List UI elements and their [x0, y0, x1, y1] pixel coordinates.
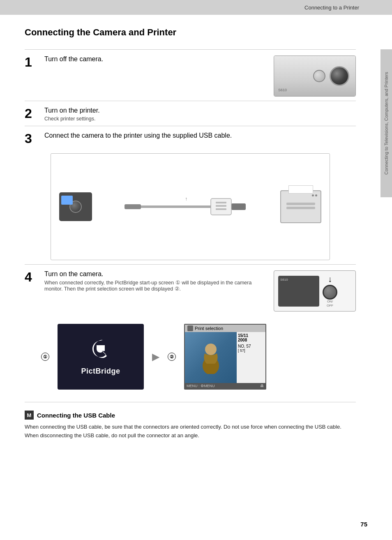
- note-icon: M: [25, 411, 34, 420]
- step-1-content: Turn off the camera.: [44, 55, 265, 65]
- sidebar-tab: Connecting to Televisions, Computers, an…: [380, 49, 392, 197]
- svg-text:↑: ↑: [185, 196, 187, 202]
- printer-indicator-dots: [312, 194, 317, 196]
- step-1-header: 1 Turn off the camera. S610: [25, 49, 356, 101]
- step-4-content: Turn on the camera. When connected corre…: [44, 270, 265, 292]
- step-1-image: S610: [274, 55, 356, 97]
- printer-dot-2: [315, 194, 317, 196]
- circle-1: ①: [41, 353, 49, 361]
- ps-body: 15/112008 NO. 57 [ 57]: [185, 332, 265, 383]
- cable-svg: ↑: [125, 190, 248, 223]
- ps-header-label: Print selection: [195, 326, 223, 331]
- screens-row: ① PictBridge ▶ ② Print selection: [41, 324, 356, 390]
- onoff-label: ON/OFF: [327, 300, 333, 307]
- camera-screen-draw: [61, 196, 73, 205]
- svg-point-8: [205, 344, 217, 355]
- printer-body: [280, 190, 321, 223]
- step-4-image: S610 ↓ ON/OFF: [274, 270, 356, 312]
- camera-drawing: [59, 192, 92, 221]
- step-2-sub: Check printer settings.: [44, 116, 356, 122]
- camera-side-draw: S610 ↓ ON/OFF: [274, 270, 356, 312]
- ps-info-panel: 15/112008 NO. 57 [ 57]: [237, 332, 265, 383]
- svg-rect-5: [216, 205, 226, 207]
- pictbridge-logo-icon: [90, 338, 111, 364]
- step-1-number: 1: [25, 55, 37, 69]
- header-bar: Connecting to a Printer: [0, 0, 392, 15]
- note-body: When connecting the USB cable, be sure t…: [25, 423, 356, 440]
- ps-photo-area: [185, 332, 237, 383]
- step-3-header: 3 Connect the camera to the printer usin…: [25, 126, 356, 149]
- header-title: Connecting to a Printer: [304, 5, 359, 11]
- illus-inner: ↑: [51, 154, 330, 260]
- camera-top-image: S610: [274, 55, 356, 97]
- step-1-title: Turn off the camera.: [44, 55, 265, 63]
- circle-2: ②: [168, 353, 176, 361]
- svg-rect-4: [216, 202, 226, 203]
- ps-no-value: [ 57]: [238, 348, 264, 353]
- camera-onoff-area: ↓ ON/OFF: [323, 275, 337, 307]
- printer-paper: [288, 185, 313, 194]
- arrow-right-icon: ▶: [152, 351, 159, 362]
- camera-power-button: [323, 285, 337, 300]
- ps-header: Print selection: [185, 325, 265, 332]
- person-silhouette: [198, 341, 223, 374]
- sidebar-label: Connecting to Televisions, Computers, an…: [383, 72, 389, 175]
- note-header: M Connecting the USB Cable: [25, 411, 356, 420]
- step-1: 1 Turn off the camera. S610: [25, 49, 356, 101]
- svg-rect-6: [216, 208, 226, 210]
- print-selection-screen: Print selection 15/112008 NO. 57: [184, 324, 266, 390]
- step-2-header: 2 Turn on the printer. Check printer set…: [25, 101, 356, 126]
- step-2-number: 2: [25, 107, 37, 120]
- pictbridge-screen: PictBridge: [58, 324, 144, 390]
- step-4-sub: When connected correctly, the PictBridge…: [44, 279, 265, 292]
- usb-cable-area: ↑: [92, 190, 280, 223]
- camera-lens: [330, 66, 349, 86]
- pictbridge-text: PictBridge: [81, 367, 120, 376]
- camera-model-label: S610: [278, 88, 287, 92]
- camera-shutter-button: [313, 70, 325, 82]
- page-number: 75: [360, 521, 367, 528]
- svg-rect-0: [125, 204, 141, 209]
- ps-date: 15/112008: [238, 333, 264, 342]
- step-4: 4 Turn on the camera. When connected cor…: [25, 264, 356, 390]
- step-3-content: Connect the camera to the printer using …: [44, 132, 356, 141]
- camera-body-draw: [59, 192, 92, 221]
- pictbridge-logo-svg: [90, 338, 111, 360]
- ps-footer-left: MENU : ⚙MENU: [187, 384, 215, 388]
- camera-side-body: S610: [278, 276, 319, 307]
- step-2-content: Turn on the printer. Check printer setti…: [44, 107, 356, 122]
- note-section: M Connecting the USB Cable When connecti…: [25, 402, 356, 440]
- step-3-number: 3: [25, 132, 37, 145]
- step-3-illustration: ↑: [51, 153, 330, 260]
- ps-footer-right: 🖶: [260, 384, 264, 388]
- step-3: 3 Connect the camera to the printer usin…: [25, 126, 356, 264]
- printer-dot-1: [312, 194, 314, 196]
- svg-rect-2: [231, 203, 246, 210]
- camera-body: S610: [274, 56, 355, 96]
- page-heading: Connecting the Camera and Printer: [25, 27, 356, 41]
- step-2-title: Turn on the printer.: [44, 107, 356, 114]
- printer-slot-2: [286, 207, 315, 209]
- note-title: Connecting the USB Cable: [37, 412, 115, 419]
- step-4-number: 4: [25, 270, 37, 284]
- camera-side-label: S610: [280, 278, 288, 282]
- ps-header-icon: [187, 325, 193, 331]
- step-4-header: 4 Turn on the camera. When connected cor…: [25, 264, 356, 316]
- printer-slot-1: [286, 203, 315, 205]
- step-2: 2 Turn on the printer. Check printer set…: [25, 101, 356, 126]
- printer-drawing: [280, 190, 321, 223]
- step-4-title: Turn on the camera.: [44, 270, 265, 278]
- ps-footer: MENU : ⚙MENU 🖶: [185, 383, 265, 389]
- main-content: Connecting the Camera and Printer 1 Turn…: [0, 15, 380, 457]
- step-3-title: Connect the camera to the printer using …: [44, 132, 356, 139]
- ps-no-label: NO. 57: [238, 344, 264, 348]
- down-arrow-icon: ↓: [328, 275, 332, 284]
